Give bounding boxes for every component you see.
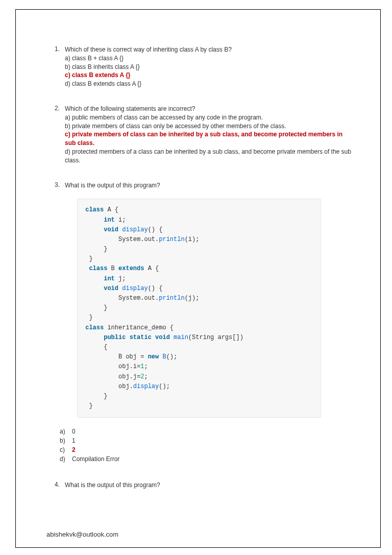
q1-opt-a: a) class B + class A {}: [65, 54, 355, 63]
q3-opt-b: b) 1: [60, 436, 355, 445]
kw: public static void: [104, 334, 170, 341]
q3-opt-d: d) Compilation Error: [60, 454, 355, 464]
kw: class: [85, 324, 104, 331]
kw: new: [148, 353, 159, 360]
type: void: [104, 285, 118, 292]
code-block-q3: class A { int i; void display() { System…: [77, 199, 321, 418]
q3-options: a) 0 b) 1 c) 2 d) Compilation Error: [60, 427, 355, 464]
kw: class: [89, 265, 107, 272]
page: 1. Which of these is correct way of inhe…: [0, 0, 392, 555]
q1-opt-b: b) class B inherits class A {}: [65, 63, 355, 71]
fn: println: [159, 295, 184, 302]
kw: extends: [118, 265, 144, 272]
q1-number: 1.: [46, 45, 65, 88]
page-frame: 1. Which of these is correct way of inhe…: [15, 9, 381, 548]
question-3: 3. What is the output of this program?: [46, 181, 355, 190]
q4-text: What is the output of this program?: [65, 481, 355, 490]
q2-number: 2.: [46, 105, 65, 165]
type: int: [104, 216, 115, 224]
type: int: [104, 275, 115, 282]
q2-opt-c: c) private members of class can be inher…: [65, 130, 355, 148]
q2-opt-a: a) public members of class can be access…: [65, 113, 355, 122]
q1-opt-c: c) class B extends A {}: [65, 71, 355, 80]
fn: display: [122, 226, 148, 233]
q2-text: Which of the following statements are in…: [65, 105, 355, 113]
q1-opt-d: d) class B extends class A {}: [65, 80, 355, 88]
q3-opt-a: a) 0: [60, 427, 355, 436]
kw: class: [85, 206, 104, 213]
question-2: 2. Which of the following statements are…: [46, 105, 355, 165]
q4-number: 4.: [46, 481, 65, 490]
fn: println: [159, 236, 184, 243]
type: void: [104, 226, 118, 233]
fn: B: [162, 353, 166, 360]
q3-opt-c: c) 2: [60, 445, 355, 454]
question-1: 1. Which of these is correct way of inhe…: [46, 45, 355, 88]
q1-text: Which of these is correct way of inherit…: [65, 45, 355, 54]
fn: main: [174, 334, 188, 341]
q3-number: 3.: [46, 181, 65, 190]
fn: display: [122, 285, 148, 292]
q2-opt-d: d) protected members of a class can be i…: [65, 148, 355, 165]
q2-opt-b: b) private members of class can only be …: [65, 122, 355, 131]
fn: display: [133, 383, 159, 390]
q3-text: What is the output of this program?: [65, 181, 355, 190]
question-4: 4. What is the output of this program?: [46, 481, 355, 490]
footer-email: abishekvk@outlook.com: [46, 530, 118, 538]
